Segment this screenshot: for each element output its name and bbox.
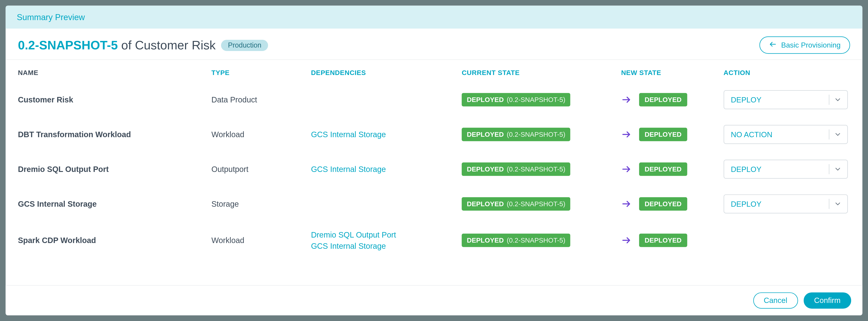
arrow-left-icon: [769, 40, 777, 50]
arrow-right-icon: [621, 95, 631, 105]
action-select[interactable]: DEPLOY: [724, 90, 848, 109]
table-row: Spark CDP WorkloadWorkloadDremio SQL Out…: [12, 221, 856, 260]
deployed-badge: DEPLOYED (0.2-SNAPSHOT-5): [462, 93, 570, 107]
row-dependencies: GCS Internal Storage: [305, 117, 456, 152]
chevron-down-icon: [834, 165, 841, 173]
col-header-dependencies: DEPENDENCIES: [305, 60, 456, 82]
chevron-down-icon: [834, 130, 841, 138]
title-left: 0.2-SNAPSHOT-5 of Customer Risk Producti…: [18, 38, 268, 52]
row-type: Storage: [206, 186, 305, 221]
dependency-link[interactable]: GCS Internal Storage: [311, 164, 451, 175]
chevron-down-icon: [834, 200, 841, 208]
action-select-value: DEPLOY: [731, 95, 761, 104]
table-row: GCS Internal StorageStorageDEPLOYED (0.2…: [12, 186, 856, 221]
row-type: Workload: [206, 117, 305, 152]
summary-preview-modal: Summary Preview 0.2-SNAPSHOT-5 of Custom…: [6, 6, 863, 316]
row-type: Data Product: [206, 82, 305, 117]
row-action: DEPLOY: [718, 152, 856, 186]
row-current-state: DEPLOYED (0.2-SNAPSHOT-5): [456, 186, 616, 221]
row-name: Customer Risk: [12, 82, 206, 117]
col-header-current-state: CURRENT STATE: [456, 60, 616, 82]
deployed-badge: DEPLOYED: [639, 234, 687, 247]
summary-table: NAME TYPE DEPENDENCIES CURRENT STATE NEW…: [12, 60, 856, 260]
title-bar: 0.2-SNAPSHOT-5 of Customer Risk Producti…: [6, 29, 863, 60]
row-name: DBT Transformation Workload: [12, 117, 206, 152]
row-dependencies: Dremio SQL Output PortGCS Internal Stora…: [305, 221, 456, 260]
arrow-right-icon: [621, 129, 631, 140]
page-title: 0.2-SNAPSHOT-5 of Customer Risk: [18, 38, 216, 52]
row-new-state: DEPLOYED: [616, 221, 718, 260]
deployed-badge: DEPLOYED (0.2-SNAPSHOT-5): [462, 163, 570, 176]
deployed-badge: DEPLOYED (0.2-SNAPSHOT-5): [462, 234, 570, 247]
modal-footer: Cancel Confirm: [6, 285, 863, 315]
action-select-value: NO ACTION: [731, 130, 772, 139]
environment-badge: Production: [221, 39, 268, 51]
row-dependencies: [305, 82, 456, 117]
deployed-badge: DEPLOYED (0.2-SNAPSHOT-5): [462, 128, 570, 141]
table-container: NAME TYPE DEPENDENCIES CURRENT STATE NEW…: [6, 60, 863, 285]
basic-provisioning-label: Basic Provisioning: [781, 41, 841, 49]
row-dependencies: [305, 186, 456, 221]
title-of: of: [118, 38, 135, 52]
col-header-name: NAME: [12, 60, 206, 82]
table-row: DBT Transformation WorkloadWorkloadGCS I…: [12, 117, 856, 152]
deployed-badge: DEPLOYED: [639, 93, 687, 107]
row-action: [718, 221, 856, 260]
arrow-right-icon: [621, 235, 631, 245]
row-new-state: DEPLOYED: [616, 186, 718, 221]
cancel-button[interactable]: Cancel: [753, 292, 798, 309]
row-new-state: DEPLOYED: [616, 152, 718, 186]
deployed-badge: DEPLOYED: [639, 128, 687, 141]
banner-title: Summary Preview: [17, 12, 85, 22]
action-select-value: DEPLOY: [731, 200, 761, 208]
row-new-state: DEPLOYED: [616, 117, 718, 152]
row-current-state: DEPLOYED (0.2-SNAPSHOT-5): [456, 221, 616, 260]
row-action: DEPLOY: [718, 82, 856, 117]
row-dependencies: GCS Internal Storage: [305, 152, 456, 186]
row-name: Dremio SQL Output Port: [12, 152, 206, 186]
confirm-button[interactable]: Confirm: [804, 292, 851, 309]
row-action: NO ACTION: [718, 117, 856, 152]
action-select[interactable]: DEPLOY: [724, 159, 848, 179]
row-type: Workload: [206, 221, 305, 260]
action-select[interactable]: DEPLOY: [724, 194, 848, 213]
action-select[interactable]: NO ACTION: [724, 125, 848, 144]
deployed-badge: DEPLOYED: [639, 197, 687, 210]
table-row: Dremio SQL Output PortOutputportGCS Inte…: [12, 152, 856, 186]
col-header-new-state: NEW STATE: [616, 60, 718, 82]
row-type: Outputport: [206, 152, 305, 186]
basic-provisioning-button[interactable]: Basic Provisioning: [759, 36, 850, 54]
table-row: Customer RiskData ProductDEPLOYED (0.2-S…: [12, 82, 856, 117]
deployed-badge: DEPLOYED (0.2-SNAPSHOT-5): [462, 197, 570, 210]
row-current-state: DEPLOYED (0.2-SNAPSHOT-5): [456, 152, 616, 186]
snapshot-version: 0.2-SNAPSHOT-5: [18, 38, 118, 52]
row-current-state: DEPLOYED (0.2-SNAPSHOT-5): [456, 117, 616, 152]
arrow-right-icon: [621, 164, 631, 174]
dependency-link[interactable]: GCS Internal Storage: [311, 240, 451, 252]
row-name: GCS Internal Storage: [12, 186, 206, 221]
dependency-link[interactable]: GCS Internal Storage: [311, 129, 451, 140]
deployed-badge: DEPLOYED: [639, 163, 687, 176]
arrow-right-icon: [621, 199, 631, 209]
chevron-down-icon: [834, 96, 841, 104]
banner: Summary Preview: [6, 6, 863, 29]
title-product: Customer Risk: [135, 38, 216, 52]
row-current-state: DEPLOYED (0.2-SNAPSHOT-5): [456, 82, 616, 117]
col-header-type: TYPE: [206, 60, 305, 82]
row-name: Spark CDP Workload: [12, 221, 206, 260]
row-new-state: DEPLOYED: [616, 82, 718, 117]
col-header-action: ACTION: [718, 60, 856, 82]
action-select-value: DEPLOY: [731, 165, 761, 174]
row-action: DEPLOY: [718, 186, 856, 221]
dependency-link[interactable]: Dremio SQL Output Port: [311, 229, 451, 240]
